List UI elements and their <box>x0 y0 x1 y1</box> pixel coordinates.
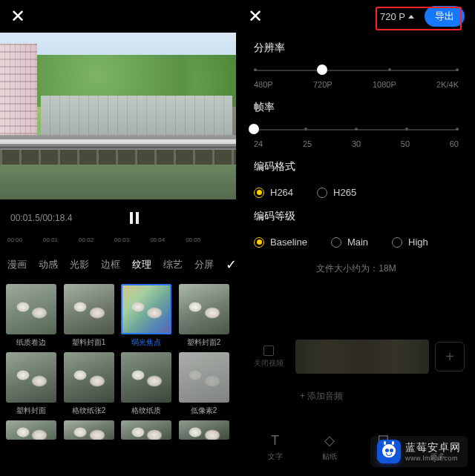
section-title: 编码等级 <box>254 210 459 223</box>
effect-item[interactable]: 弱光焦点 <box>121 284 171 348</box>
tab-light[interactable]: 光影 <box>70 258 89 271</box>
filesize-estimate: 文件大小约为：18M <box>238 262 475 275</box>
level-section: 编码等级 Baseline Main High <box>238 201 475 251</box>
tab-comic[interactable]: 漫画 <box>7 258 27 271</box>
section-title: 分辨率 <box>254 42 459 55</box>
timecode: 00:01.5/00:18.4 <box>10 213 72 223</box>
effect-item[interactable] <box>64 420 114 440</box>
text-icon: T <box>267 432 284 449</box>
effect-item[interactable] <box>179 420 229 440</box>
sticker-icon: ◇ <box>321 432 338 449</box>
tab-texture[interactable]: 纹理 <box>132 258 151 271</box>
speaker-icon <box>263 346 274 356</box>
radio-baseline[interactable]: Baseline <box>254 237 307 248</box>
tab-motion[interactable]: 动感 <box>39 258 58 271</box>
effect-item[interactable]: 低像素2 <box>179 352 229 416</box>
close-icon[interactable]: ✕ <box>248 6 263 27</box>
effect-item[interactable]: 塑料封面2 <box>179 284 229 348</box>
watermark-text: 蓝莓安卓网 <box>405 441 461 454</box>
playback-controls: 00:01.5/00:18.4 <box>0 199 236 237</box>
radio-high[interactable]: High <box>392 237 428 248</box>
radio-h264[interactable]: H264 <box>254 187 293 198</box>
left-topbar: ✕ <box>0 0 236 33</box>
time-ruler[interactable]: 00:0000:0100:0200:0300:0400:05 <box>0 237 236 250</box>
effect-item[interactable]: 格纹纸张2 <box>64 352 114 416</box>
editor-panel: ✕ 00:01.5/00:18.4 00:0000:0100:0200:0300… <box>0 0 236 476</box>
effect-item[interactable]: 纸质卷边 <box>6 284 56 348</box>
video-preview[interactable] <box>0 33 236 199</box>
effect-item[interactable]: 格纹纸质 <box>121 352 171 416</box>
effect-item[interactable]: 塑料封面 <box>6 352 56 416</box>
close-icon[interactable]: ✕ <box>10 6 25 27</box>
tool-text[interactable]: T文字 <box>267 432 284 462</box>
effect-tabs: 漫画 动感 光影 边框 纹理 综艺 分屏 ✓ <box>0 250 236 280</box>
blueberry-icon <box>377 440 401 463</box>
tool-sticker[interactable]: ◇贴纸 <box>321 432 338 462</box>
add-audio-button[interactable]: + 添加音频 <box>248 390 465 403</box>
resolution-dropdown[interactable]: 720 P <box>376 8 419 25</box>
add-clip-button[interactable]: + <box>435 342 465 371</box>
tab-frame[interactable]: 边框 <box>101 258 120 271</box>
tab-variety[interactable]: 综艺 <box>163 258 183 271</box>
caret-up-icon <box>408 15 414 19</box>
section-title: 编码格式 <box>254 160 459 173</box>
effect-item[interactable] <box>121 420 171 440</box>
framerate-section: 帧率 2425305060 <box>238 92 475 151</box>
encoding-section: 编码格式 H264 H265 <box>238 151 475 201</box>
radio-main[interactable]: Main <box>331 237 368 248</box>
right-topbar: ✕ 720 P 导出 <box>238 0 475 33</box>
resolution-section: 分辨率 480P720P1080P2K/4K <box>238 33 475 92</box>
effect-item[interactable] <box>6 420 56 440</box>
section-title: 帧率 <box>254 101 459 114</box>
watermark: 蓝莓安卓网 www.lmkjst.com <box>370 436 468 467</box>
framerate-slider[interactable] <box>254 128 459 132</box>
resolution-slider[interactable] <box>254 68 459 73</box>
watermark-url: www.lmkjst.com <box>405 454 461 462</box>
mute-toggle[interactable]: 关闭视频 <box>248 334 289 379</box>
effect-item[interactable]: 塑料封面1 <box>64 284 114 348</box>
export-button[interactable]: 导出 <box>425 6 465 27</box>
radio-h265[interactable]: H265 <box>317 187 356 198</box>
pause-icon[interactable] <box>130 212 139 224</box>
export-panel: ✕ 720 P 导出 分辨率 480P720P1080P2K/4K 帧率 242… <box>238 0 475 476</box>
tab-split[interactable]: 分屏 <box>194 258 214 271</box>
confirm-check-icon[interactable]: ✓ <box>226 257 237 273</box>
video-clip[interactable] <box>295 340 429 374</box>
effect-grid: 纸质卷边 塑料封面1 弱光焦点 塑料封面2 塑料封面 格纹纸张2 格纹纸质 低像… <box>0 280 236 444</box>
